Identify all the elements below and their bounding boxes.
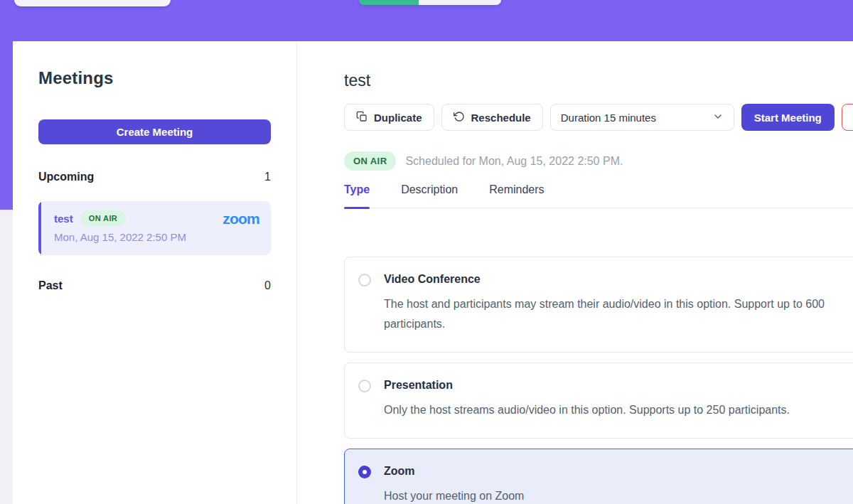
option-zoom[interactable]: Zoom Host your meeting on Zoom (344, 449, 853, 504)
option-title: Zoom (384, 465, 524, 478)
past-count: 0 (264, 279, 271, 292)
upcoming-section-header: Upcoming 1 (38, 171, 271, 183)
start-meeting-button[interactable]: Start Meeting (741, 104, 835, 131)
option-description-line: Host your meeting on Zoom (384, 486, 524, 504)
meeting-list-item[interactable]: test ON AIR zoom Mon, Aug 15, 2022 2:50 … (38, 201, 271, 255)
left-purple-strip (0, 41, 13, 210)
option-description-line: Only the host streams audio/video in thi… (384, 400, 790, 420)
create-meeting-button[interactable]: Create Meeting (38, 119, 271, 144)
progress-light-segment (419, 0, 501, 5)
option-presentation[interactable]: Presentation Only the host streams audio… (344, 363, 853, 439)
duplicate-button[interactable]: Duplicate (344, 104, 434, 131)
chevron-down-icon (712, 111, 724, 124)
copy-icon (356, 111, 368, 124)
duplicate-label: Duplicate (374, 112, 422, 124)
radio-video-conference[interactable] (358, 274, 371, 286)
option-title: Video Conference (384, 273, 825, 286)
option-body: Video Conference The host and participan… (384, 273, 825, 334)
meeting-detail-panel: test Duplicate Reschedule Duration 15 mi… (297, 41, 853, 504)
meeting-datetime: Mon, Aug 15, 2022 2:50 PM (54, 231, 259, 243)
meeting-item-top-row: test ON AIR zoom (54, 210, 259, 226)
option-description-line: The host and participants may stream the… (384, 294, 825, 314)
on-air-badge-main: ON AIR (344, 151, 396, 171)
start-meeting-label: Start Meeting (754, 112, 822, 124)
meetings-sidebar: Meetings Create Meeting Upcoming 1 test … (13, 41, 297, 504)
radio-zoom[interactable] (358, 466, 371, 478)
option-title: Presentation (384, 379, 790, 392)
topbar-tab-fragment (14, 0, 171, 6)
topbar-progress-fragment (359, 0, 501, 5)
past-label: Past (38, 279, 63, 292)
progress-green-segment (359, 0, 419, 5)
duration-value: Duration 15 minutes (561, 112, 656, 124)
detail-tabs: Type Description Reminders (344, 183, 853, 208)
upcoming-count: 1 (264, 171, 271, 183)
meeting-toolbar: Duplicate Reschedule Duration 15 minutes… (344, 104, 853, 131)
option-body: Zoom Host your meeting on Zoom (384, 465, 524, 504)
tab-type[interactable]: Type (344, 183, 370, 196)
sidebar-title: Meetings (38, 68, 271, 88)
option-description: The host and participants may stream the… (384, 294, 825, 334)
on-air-badge: ON AIR (80, 210, 127, 226)
meeting-name: test (54, 213, 73, 225)
option-description: Only the host streams audio/video in thi… (384, 400, 790, 420)
tab-reminders[interactable]: Reminders (489, 183, 544, 196)
option-description: Host your meeting on Zoom (384, 486, 524, 504)
radio-presentation[interactable] (358, 380, 371, 392)
meeting-type-options: Video Conference The host and participan… (344, 257, 853, 504)
zoom-logo: zoom (222, 211, 259, 226)
scheduled-text: Scheduled for Mon, Aug 15, 2022 2:50 PM. (405, 155, 623, 168)
tab-description[interactable]: Description (401, 183, 458, 196)
meeting-title: test (344, 71, 853, 90)
upcoming-label: Upcoming (38, 171, 94, 183)
status-row: ON AIR Scheduled for Mon, Aug 15, 2022 2… (344, 151, 853, 171)
option-description-line: participants. (384, 314, 825, 334)
reschedule-label: Reschedule (471, 112, 531, 124)
past-section-header: Past 0 (38, 279, 271, 292)
main-card: Meetings Create Meeting Upcoming 1 test … (13, 41, 853, 504)
duration-select[interactable]: Duration 15 minutes (550, 104, 734, 131)
reschedule-button[interactable]: Reschedule (441, 104, 543, 131)
option-body: Presentation Only the host streams audio… (384, 379, 790, 420)
create-meeting-label: Create Meeting (117, 126, 193, 138)
delete-button-fragment[interactable] (842, 104, 853, 131)
option-video-conference[interactable]: Video Conference The host and participan… (344, 257, 853, 353)
refresh-icon (454, 111, 465, 124)
